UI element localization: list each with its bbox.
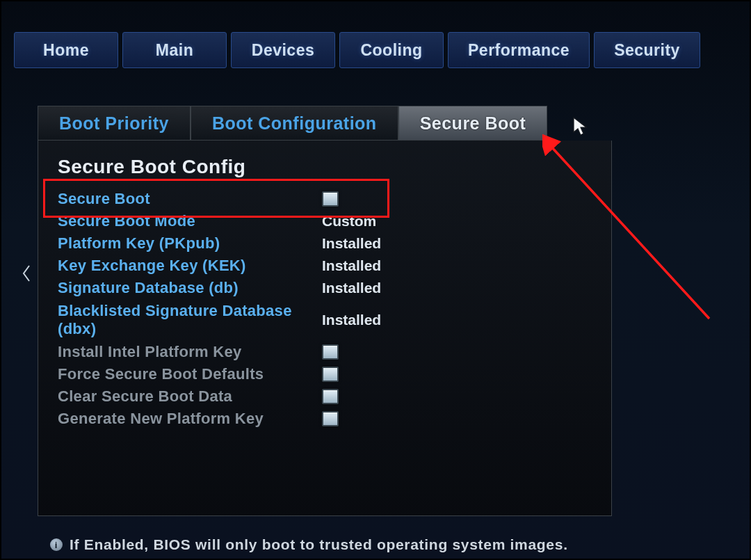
config-row-checkbox[interactable]: [322, 411, 339, 426]
config-row-checkbox[interactable]: [322, 344, 339, 360]
tab-devices[interactable]: Devices: [231, 32, 335, 68]
subtab-boot-configuration[interactable]: Boot Configuration: [191, 106, 398, 141]
config-row[interactable]: Platform Key (PKpub)Installed: [58, 232, 592, 255]
bios-screen: Home Main Devices Cooling Performance Se…: [0, 0, 751, 560]
config-row-value: Installed: [322, 312, 419, 328]
config-row-label: Force Secure Boot Defaults: [58, 365, 322, 383]
cursor-icon: [573, 117, 588, 136]
config-row-checkbox[interactable]: [322, 389, 339, 404]
config-row-label: Clear Secure Boot Data: [58, 387, 322, 406]
config-row[interactable]: Blacklisted Signature Database (dbx)Inst…: [58, 299, 592, 341]
info-icon: i: [50, 538, 63, 551]
tab-performance[interactable]: Performance: [448, 32, 590, 68]
chevron-left-icon[interactable]: [21, 264, 32, 282]
config-row-label: Signature Database (db): [58, 279, 322, 297]
config-row-label: Platform Key (PKpub): [58, 234, 322, 253]
config-row-value: Installed: [322, 235, 419, 252]
panel-title: Secure Boot Config: [58, 156, 592, 178]
top-nav: Home Main Devices Cooling Performance Se…: [14, 32, 750, 68]
config-row[interactable]: Install Intel Platform Key: [58, 341, 592, 363]
help-bar: i If Enabled, BIOS will only boot to tru…: [50, 536, 736, 553]
config-row[interactable]: Force Secure Boot Defaults: [58, 363, 592, 385]
tab-cooling[interactable]: Cooling: [339, 32, 444, 68]
config-row-label: Generate New Platform Key: [58, 410, 322, 428]
config-row[interactable]: Secure Boot ModeCustom: [58, 210, 592, 232]
config-row[interactable]: Generate New Platform Key: [58, 408, 592, 430]
secure-boot-panel: Secure Boot Config Secure BootSecure Boo…: [38, 141, 612, 516]
config-row-value: Custom: [322, 213, 419, 230]
tab-security[interactable]: Security: [594, 32, 700, 68]
config-row-value: Installed: [322, 257, 419, 274]
sub-nav: Boot Priority Boot Configuration Secure …: [38, 106, 547, 141]
config-row-checkbox[interactable]: [322, 191, 339, 207]
tab-home[interactable]: Home: [14, 32, 118, 68]
subtab-boot-priority[interactable]: Boot Priority: [38, 106, 191, 141]
config-row-checkbox[interactable]: [322, 367, 339, 382]
config-row-label: Secure Boot: [58, 190, 322, 208]
config-row-label: Blacklisted Signature Database (dbx): [58, 302, 322, 338]
config-row-label: Key Exchange Key (KEK): [58, 257, 322, 275]
config-rows: Secure BootSecure Boot ModeCustomPlatfor…: [58, 188, 592, 430]
help-text: If Enabled, BIOS will only boot to trust…: [70, 536, 568, 553]
config-row[interactable]: Secure Boot: [58, 188, 592, 210]
tab-main[interactable]: Main: [122, 32, 227, 68]
config-row-label: Install Intel Platform Key: [58, 343, 322, 361]
config-row-value: Installed: [322, 280, 419, 296]
subtab-secure-boot[interactable]: Secure Boot: [398, 106, 548, 141]
config-row[interactable]: Clear Secure Boot Data: [58, 385, 592, 408]
config-row-label: Secure Boot Mode: [58, 212, 322, 230]
config-row[interactable]: Key Exchange Key (KEK)Installed: [58, 255, 592, 277]
config-row[interactable]: Signature Database (db)Installed: [58, 277, 592, 299]
